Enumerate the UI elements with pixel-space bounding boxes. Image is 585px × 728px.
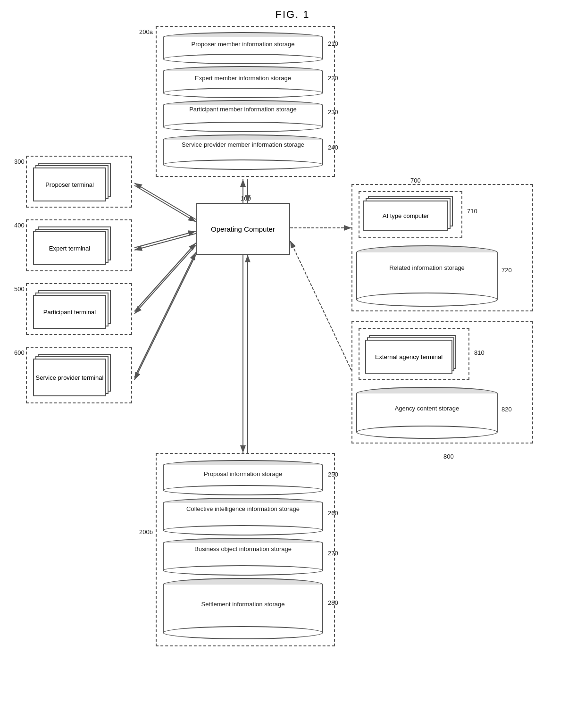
label-ai-computer: AI type computer [383, 212, 429, 219]
svg-line-11 [134, 243, 196, 311]
ref-100: 100 [241, 195, 251, 202]
ref-810: 810 [474, 349, 485, 356]
svg-line-8 [134, 183, 196, 219]
expert-terminal-front: Expert terminal [33, 231, 106, 265]
ref-200a: 200a [139, 28, 153, 35]
ai-computer-front: AI type computer [363, 201, 448, 231]
cylinder-210: Proposer member information storage [163, 32, 323, 64]
operating-computer-box: Operating Computer [196, 203, 290, 255]
cylinder-820: Agency content storage [356, 387, 498, 439]
ref-210: 210 [328, 40, 338, 47]
svg-line-16 [290, 241, 351, 370]
ref-600: 600 [14, 349, 25, 356]
ref-250: 250 [328, 471, 338, 478]
ref-720: 720 [501, 267, 512, 274]
ref-280: 280 [328, 599, 338, 606]
ext-agency-front: External agency terminal [365, 340, 452, 374]
label-proposer-terminal: Proposer terminal [45, 181, 94, 188]
cylinder-260: Collective intelligence information stor… [163, 498, 323, 536]
ref-820: 820 [501, 406, 512, 413]
cylinder-250: Proposal information storage [163, 460, 323, 495]
cylinder-720: Related information storage [356, 245, 498, 307]
ref-240: 240 [328, 144, 338, 151]
svg-line-10 [134, 234, 196, 250]
cylinder-280: Settlement information storage [163, 578, 323, 639]
label-ext-agency: External agency terminal [375, 353, 443, 360]
service-provider-terminal-front: Service provider terminal [33, 359, 106, 396]
svg-line-9 [134, 231, 196, 248]
ref-220: 220 [328, 75, 338, 82]
ref-800: 800 [443, 453, 454, 460]
ref-270: 270 [328, 550, 338, 557]
label-participant-terminal: Participant terminal [43, 309, 96, 316]
ref-710: 710 [467, 208, 477, 215]
participant-terminal-front: Participant terminal [33, 295, 106, 329]
ref-260: 260 [328, 510, 338, 517]
svg-line-12 [134, 245, 196, 314]
fig-title: FIG. 1 [275, 8, 309, 21]
svg-line-14 [134, 255, 196, 380]
ref-230: 230 [328, 109, 338, 116]
svg-line-13 [134, 252, 196, 377]
svg-line-7 [134, 185, 196, 222]
ref-200b: 200b [139, 528, 153, 536]
cylinder-220: Expert member information storage [163, 66, 323, 98]
cylinder-240: Service provider member information stor… [163, 134, 323, 170]
proposer-terminal-front: Proposer terminal [33, 167, 106, 201]
ref-400: 400 [14, 222, 25, 229]
ref-700: 700 [410, 177, 421, 184]
label-expert-terminal: Expert terminal [49, 245, 90, 252]
cylinder-230: Participant member information storage [163, 100, 323, 132]
ref-500: 500 [14, 285, 25, 293]
label-100: Operating Computer [211, 225, 275, 233]
ref-300: 300 [14, 158, 25, 165]
diagram: FIG. 1 200a Proposer member information … [0, 0, 585, 728]
cylinder-270: Business object information storage [163, 538, 323, 576]
label-service-provider-terminal: Service provider terminal [36, 374, 104, 381]
